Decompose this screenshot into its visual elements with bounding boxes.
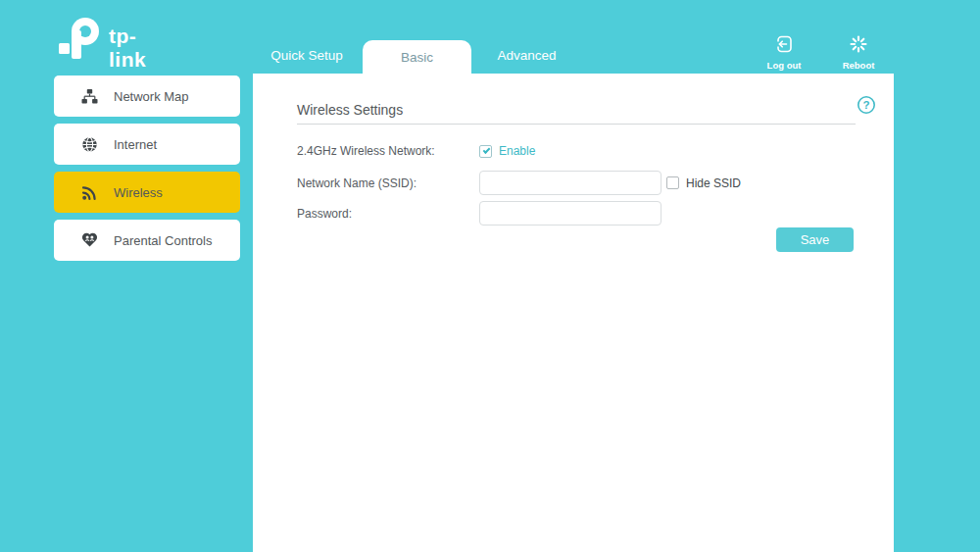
tab-advanced[interactable]: Advanced bbox=[480, 48, 573, 63]
sidebar-item-label: Wireless bbox=[114, 185, 163, 200]
svg-text:?: ? bbox=[862, 99, 869, 111]
tab-basic[interactable]: Basic bbox=[363, 40, 471, 74]
password-input[interactable] bbox=[479, 201, 662, 226]
reboot-button[interactable]: Reboot bbox=[837, 34, 880, 71]
hide-ssid-group: Hide SSID bbox=[666, 176, 741, 190]
logout-label: Log out bbox=[762, 60, 806, 71]
sidebar: Network Map Internet bbox=[54, 75, 240, 268]
sidebar-item-network-map[interactable]: Network Map bbox=[54, 75, 240, 117]
wifi-icon bbox=[81, 184, 98, 201]
sidebar-item-label: Network Map bbox=[114, 89, 189, 104]
sidebar-item-internet[interactable]: Internet bbox=[54, 124, 240, 165]
field-label-password: Password: bbox=[297, 207, 479, 221]
tp-link-logo-icon bbox=[56, 17, 101, 66]
reboot-label: Reboot bbox=[837, 60, 880, 71]
tab-quick-setup[interactable]: Quick Setup bbox=[260, 48, 354, 63]
sidebar-item-parental-controls[interactable]: Parental Controls bbox=[54, 220, 240, 261]
logout-icon bbox=[774, 40, 794, 57]
enable-checkbox[interactable] bbox=[479, 145, 492, 158]
page-title: Wireless Settings bbox=[297, 102, 403, 118]
hide-ssid-label: Hide SSID bbox=[686, 176, 741, 190]
heart-icon bbox=[81, 232, 98, 249]
sidebar-item-wireless[interactable]: Wireless bbox=[54, 172, 240, 213]
tp-link-logo: tp-link bbox=[56, 17, 173, 64]
reboot-icon bbox=[849, 40, 868, 57]
tp-link-logo-text: tp-link bbox=[109, 25, 173, 72]
help-icon[interactable]: ? bbox=[857, 95, 876, 115]
title-divider bbox=[297, 124, 856, 125]
main-panel: Wireless Settings ? 2.4GHz Wireless Netw… bbox=[253, 74, 894, 552]
enable-checkbox-label: Enable bbox=[499, 144, 535, 158]
network-map-icon bbox=[81, 88, 98, 105]
hide-ssid-checkbox[interactable] bbox=[666, 176, 679, 189]
ssid-input[interactable] bbox=[479, 171, 662, 195]
row-24ghz-network: 2.4GHz Wireless Network: Enable bbox=[297, 143, 535, 159]
row-password: Password: bbox=[297, 201, 662, 226]
row-network-name: Network Name (SSID): Hide SSID bbox=[297, 171, 741, 195]
field-label-ssid: Network Name (SSID): bbox=[297, 176, 479, 190]
sidebar-item-label: Internet bbox=[114, 137, 157, 152]
save-button[interactable]: Save bbox=[776, 227, 854, 252]
field-label-24ghz: 2.4GHz Wireless Network: bbox=[297, 144, 479, 158]
globe-icon bbox=[81, 136, 98, 153]
logout-button[interactable]: Log out bbox=[762, 34, 806, 71]
check-icon bbox=[482, 146, 490, 154]
sidebar-item-label: Parental Controls bbox=[114, 233, 212, 248]
